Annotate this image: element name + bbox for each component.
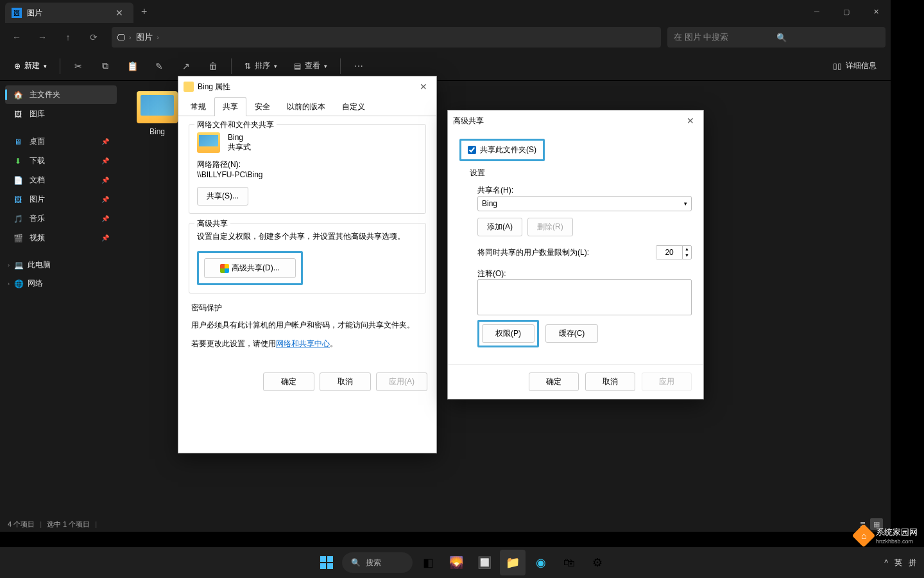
chevron-right-icon: › (8, 262, 10, 268)
search-input[interactable]: 在 图片 中搜索 🔍 (667, 27, 886, 48)
sort-icon: ⇅ (244, 62, 251, 71)
close-icon[interactable]: ✕ (416, 79, 431, 94)
ok-button[interactable]: 确定 (263, 372, 314, 391)
taskbar-search[interactable]: 🔍 搜索 (342, 552, 413, 573)
taskbar-settings[interactable]: ⚙ (585, 550, 610, 575)
cut-button[interactable]: ✂ (67, 55, 90, 78)
share-name-combo[interactable]: Bing ▾ (477, 196, 692, 211)
delete-button[interactable]: 🗑 (201, 55, 225, 78)
sidebar-item-thispc[interactable]: ›💻此电脑 (3, 256, 119, 274)
back-button[interactable]: ← (5, 26, 28, 49)
advanced-share-button[interactable]: 高级共享(D)... (204, 258, 296, 278)
share-folder-checkbox[interactable] (468, 146, 476, 154)
add-tab-button[interactable]: + (133, 1, 155, 22)
sidebar-label: 网络 (28, 278, 43, 289)
sidebar-item-gallery[interactable]: 🖼图库 (5, 105, 117, 123)
ime-indicator-1[interactable]: 英 (894, 557, 902, 568)
start-button[interactable] (314, 550, 339, 575)
sidebar-item-videos[interactable]: 🎬视频📌 (5, 229, 117, 247)
shield-icon (220, 264, 229, 273)
separator (60, 58, 60, 74)
folder-icon (137, 91, 178, 123)
ime-indicator-2[interactable]: 拼 (909, 557, 916, 568)
cancel-button[interactable]: 取消 (320, 372, 371, 391)
spin-down-icon[interactable]: ▼ (683, 252, 691, 259)
advanced-description: 设置自定义权限，创建多个共享，并设置其他高级共享选项。 (197, 231, 418, 242)
highlight-advanced-share: 高级共享(D)... (197, 251, 303, 285)
file-explorer-window: 🖼 图片 ✕ + ─ ▢ ✕ ← → ↑ ⟳ 🖵› 图片› 在 图片 中搜索 🔍… (0, 0, 891, 532)
new-button[interactable]: ⊕ 新建 ▾ (8, 57, 53, 75)
tray-chevron-icon[interactable]: ^ (884, 558, 888, 567)
tab-previous-versions[interactable]: 以前的版本 (278, 97, 334, 116)
separator: | (95, 520, 97, 528)
permissions-button[interactable]: 权限(P) (482, 324, 535, 343)
breadcrumb-seg[interactable]: 图片 (136, 31, 153, 43)
music-icon: 🎵 (13, 214, 23, 224)
remove-button[interactable]: 删除(R) (527, 218, 573, 236)
dialog-title: 高级共享 (453, 116, 683, 127)
window-titlebar: 🖼 图片 ✕ + ─ ▢ ✕ (0, 0, 891, 23)
taskbar-edge[interactable]: ◉ (528, 550, 554, 575)
limit-input[interactable] (656, 246, 682, 259)
sidebar-item-network[interactable]: ›🌐网络 (3, 274, 119, 293)
paste-button[interactable]: 📋 (121, 55, 144, 78)
pin-icon: 📌 (101, 157, 109, 164)
taskbar-store[interactable]: 🛍 (556, 550, 582, 575)
advanced-share-group: 高级共享 设置自定义权限，创建多个共享，并设置其他高级共享选项。 高级共享(D)… (189, 223, 426, 293)
network-path-label: 网络路径(N): (197, 159, 418, 170)
details-pane-button[interactable]: ▯▯ 详细信息 (826, 57, 883, 75)
sidebar-item-desktop[interactable]: 🖥桌面📌 (5, 132, 117, 151)
breadcrumb[interactable]: 🖵› 图片› (112, 27, 661, 48)
taskbar-app-2[interactable]: 🔲 (472, 550, 497, 575)
network-path-value: \\BILLYFU-PC\Bing (197, 170, 418, 179)
desktop-icon: 🖥 (13, 137, 23, 147)
tab-general[interactable]: 常规 (182, 97, 214, 116)
close-window-button[interactable]: ✕ (861, 0, 891, 23)
task-view-button[interactable]: ◧ (415, 550, 441, 575)
copy-button[interactable]: ⧉ (94, 55, 117, 78)
share-button[interactable]: 共享(S)... (197, 187, 248, 206)
tab-security[interactable]: 安全 (246, 97, 278, 116)
refresh-button[interactable]: ⟳ (82, 26, 105, 49)
password-text1: 用户必须具有此计算机的用户帐户和密码，才能访问共享文件夹。 (191, 320, 424, 331)
close-icon[interactable]: ✕ (683, 113, 698, 128)
cache-button[interactable]: 缓存(C) (545, 324, 598, 343)
pin-icon: 📌 (101, 196, 109, 203)
tab-sharing[interactable]: 共享 (214, 97, 246, 116)
properties-dialog: Bing 属性 ✕ 常规 共享 安全 以前的版本 自定义 网络文件和文件夹共享 … (178, 76, 437, 453)
up-button[interactable]: ↑ (56, 26, 80, 49)
comment-textarea[interactable] (477, 279, 692, 315)
network-center-link[interactable]: 网络和共享中心 (276, 339, 330, 348)
tab-pictures[interactable]: 🖼 图片 ✕ (5, 3, 133, 23)
maximize-button[interactable]: ▢ (832, 0, 861, 23)
dialog-title: Bing 属性 (198, 82, 416, 92)
minimize-button[interactable]: ─ (802, 0, 832, 23)
apply-button[interactable]: 应用(A) (376, 372, 427, 391)
tab-customize[interactable]: 自定义 (334, 97, 373, 116)
close-tab-icon[interactable]: ✕ (112, 6, 127, 19)
taskbar-explorer[interactable]: 📁 (500, 550, 526, 575)
sort-button[interactable]: ⇅ 排序 ▾ (238, 57, 284, 75)
more-button[interactable]: ⋯ (347, 55, 370, 78)
forward-button[interactable]: → (31, 26, 54, 49)
apply-button[interactable]: 应用 (642, 372, 692, 391)
sidebar-item-music[interactable]: 🎵音乐📌 (5, 209, 117, 228)
sidebar-label: 此电脑 (28, 259, 51, 270)
svg-rect-2 (320, 563, 326, 569)
advanced-sharing-dialog: 高级共享 ✕ 共享此文件夹(S) 设置 共享名(H): Bing ▾ 添加(A)… (447, 110, 704, 399)
view-button[interactable]: ▤ 查看 ▾ (287, 57, 334, 75)
view-label: 查看 (305, 60, 320, 71)
sidebar-item-documents[interactable]: 📄文档📌 (5, 171, 117, 189)
share-button[interactable]: ↗ (175, 55, 198, 78)
sidebar-item-pictures[interactable]: 🖼图片📌 (5, 190, 117, 209)
sidebar-item-downloads[interactable]: ⬇下载📌 (5, 152, 117, 170)
taskbar-app-1[interactable]: 🌄 (443, 550, 469, 575)
spin-up-icon[interactable]: ▲ (683, 246, 691, 252)
limit-spinner[interactable]: ▲ ▼ (656, 245, 692, 259)
add-button[interactable]: 添加(A) (477, 218, 522, 236)
sidebar-item-home[interactable]: 🏠主文件夹 (5, 85, 117, 104)
ok-button[interactable]: 确定 (529, 372, 579, 391)
sidebar-label: 文档 (30, 175, 45, 186)
rename-button[interactable]: ✎ (148, 55, 171, 78)
cancel-button[interactable]: 取消 (585, 372, 635, 391)
